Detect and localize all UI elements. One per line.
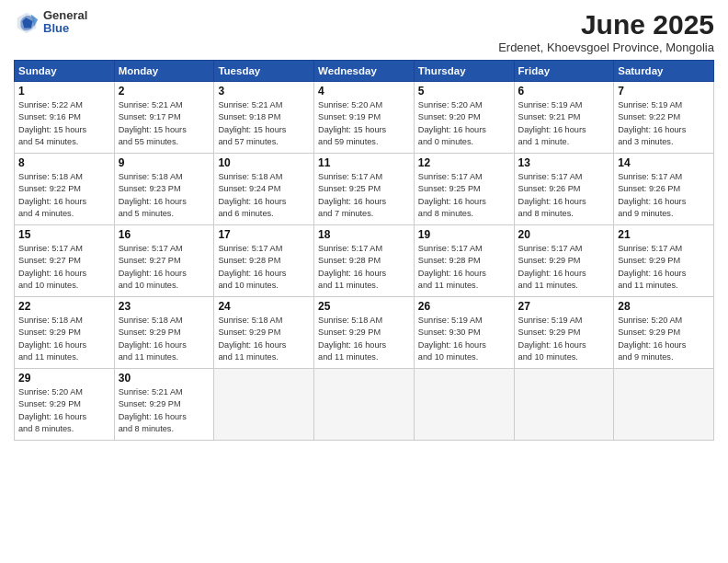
day-number: 2 bbox=[119, 85, 210, 98]
day-info: Sunrise: 5:17 AM Sunset: 9:26 PM Dayligh… bbox=[518, 171, 610, 220]
header-tuesday: Tuesday bbox=[214, 61, 314, 82]
table-row: 16Sunrise: 5:17 AM Sunset: 9:27 PM Dayli… bbox=[114, 225, 214, 297]
day-info: Sunrise: 5:21 AM Sunset: 9:17 PM Dayligh… bbox=[119, 99, 210, 148]
day-number: 18 bbox=[318, 228, 410, 241]
day-info: Sunrise: 5:18 AM Sunset: 9:24 PM Dayligh… bbox=[218, 171, 310, 220]
day-number: 30 bbox=[119, 372, 210, 385]
day-number: 3 bbox=[218, 85, 310, 98]
table-row: 20Sunrise: 5:17 AM Sunset: 9:29 PM Dayli… bbox=[514, 225, 614, 297]
day-number: 11 bbox=[318, 156, 410, 169]
table-row: 24Sunrise: 5:18 AM Sunset: 9:29 PM Dayli… bbox=[214, 297, 314, 369]
table-row: 10Sunrise: 5:18 AM Sunset: 9:24 PM Dayli… bbox=[214, 154, 314, 225]
day-info: Sunrise: 5:17 AM Sunset: 9:26 PM Dayligh… bbox=[618, 171, 710, 220]
day-info: Sunrise: 5:20 AM Sunset: 9:29 PM Dayligh… bbox=[18, 386, 110, 435]
table-row bbox=[214, 369, 314, 441]
day-number: 22 bbox=[18, 300, 110, 313]
day-info: Sunrise: 5:17 AM Sunset: 9:29 PM Dayligh… bbox=[618, 243, 710, 292]
day-info: Sunrise: 5:17 AM Sunset: 9:28 PM Dayligh… bbox=[318, 243, 410, 292]
table-row: 4Sunrise: 5:20 AM Sunset: 9:19 PM Daylig… bbox=[314, 82, 415, 154]
day-number: 27 bbox=[518, 300, 610, 313]
day-info: Sunrise: 5:19 AM Sunset: 9:22 PM Dayligh… bbox=[618, 99, 710, 148]
day-info: Sunrise: 5:20 AM Sunset: 9:19 PM Dayligh… bbox=[318, 99, 410, 148]
day-info: Sunrise: 5:18 AM Sunset: 9:29 PM Dayligh… bbox=[119, 315, 210, 363]
table-row: 11Sunrise: 5:17 AM Sunset: 9:25 PM Dayli… bbox=[314, 154, 415, 225]
table-row: 7Sunrise: 5:19 AM Sunset: 9:22 PM Daylig… bbox=[614, 82, 714, 154]
header-thursday: Thursday bbox=[414, 61, 514, 82]
logo-text: General Blue bbox=[43, 9, 87, 36]
table-row: 1Sunrise: 5:22 AM Sunset: 9:16 PM Daylig… bbox=[15, 82, 115, 154]
day-number: 4 bbox=[318, 85, 410, 98]
day-number: 20 bbox=[518, 228, 610, 241]
table-row bbox=[414, 369, 514, 441]
day-number: 16 bbox=[119, 228, 210, 241]
day-info: Sunrise: 5:17 AM Sunset: 9:28 PM Dayligh… bbox=[418, 243, 510, 292]
table-row: 8Sunrise: 5:18 AM Sunset: 9:22 PM Daylig… bbox=[15, 154, 115, 225]
day-number: 5 bbox=[418, 85, 510, 98]
table-row: 19Sunrise: 5:17 AM Sunset: 9:28 PM Dayli… bbox=[414, 225, 514, 297]
calendar-week-row: 15Sunrise: 5:17 AM Sunset: 9:27 PM Dayli… bbox=[15, 225, 714, 297]
day-number: 28 bbox=[618, 300, 710, 313]
day-number: 14 bbox=[618, 156, 710, 169]
table-row: 26Sunrise: 5:19 AM Sunset: 9:30 PM Dayli… bbox=[414, 297, 514, 369]
day-info: Sunrise: 5:18 AM Sunset: 9:29 PM Dayligh… bbox=[18, 315, 110, 363]
day-number: 10 bbox=[218, 156, 310, 169]
table-row bbox=[614, 369, 714, 441]
day-info: Sunrise: 5:19 AM Sunset: 9:21 PM Dayligh… bbox=[518, 99, 610, 148]
header-saturday: Saturday bbox=[614, 61, 714, 82]
day-number: 17 bbox=[218, 228, 310, 241]
day-number: 1 bbox=[18, 85, 110, 98]
table-row: 28Sunrise: 5:20 AM Sunset: 9:29 PM Dayli… bbox=[614, 297, 714, 369]
title-block: June 2025 Erdenet, Khoevsgoel Province, … bbox=[498, 9, 714, 54]
table-row: 6Sunrise: 5:19 AM Sunset: 9:21 PM Daylig… bbox=[514, 82, 614, 154]
day-info: Sunrise: 5:17 AM Sunset: 9:27 PM Dayligh… bbox=[119, 243, 210, 292]
table-row: 14Sunrise: 5:17 AM Sunset: 9:26 PM Dayli… bbox=[614, 154, 714, 225]
calendar-table: Sunday Monday Tuesday Wednesday Thursday… bbox=[14, 60, 714, 441]
table-row: 30Sunrise: 5:21 AM Sunset: 9:29 PM Dayli… bbox=[114, 369, 214, 441]
calendar-week-row: 22Sunrise: 5:18 AM Sunset: 9:29 PM Dayli… bbox=[15, 297, 714, 369]
calendar-week-row: 1Sunrise: 5:22 AM Sunset: 9:16 PM Daylig… bbox=[15, 82, 714, 154]
day-number: 12 bbox=[418, 156, 510, 169]
day-number: 6 bbox=[518, 85, 610, 98]
day-info: Sunrise: 5:19 AM Sunset: 9:29 PM Dayligh… bbox=[518, 315, 610, 363]
table-row: 21Sunrise: 5:17 AM Sunset: 9:29 PM Dayli… bbox=[614, 225, 714, 297]
table-row: 9Sunrise: 5:18 AM Sunset: 9:23 PM Daylig… bbox=[114, 154, 214, 225]
day-info: Sunrise: 5:22 AM Sunset: 9:16 PM Dayligh… bbox=[18, 99, 110, 148]
table-row: 17Sunrise: 5:17 AM Sunset: 9:28 PM Dayli… bbox=[214, 225, 314, 297]
location: Erdenet, Khoevsgoel Province, Mongolia bbox=[498, 40, 714, 54]
day-number: 29 bbox=[18, 372, 110, 385]
day-info: Sunrise: 5:20 AM Sunset: 9:29 PM Dayligh… bbox=[618, 315, 710, 363]
calendar-week-row: 8Sunrise: 5:18 AM Sunset: 9:22 PM Daylig… bbox=[15, 154, 714, 225]
table-row: 13Sunrise: 5:17 AM Sunset: 9:26 PM Dayli… bbox=[514, 154, 614, 225]
logo-icon bbox=[14, 9, 40, 35]
day-info: Sunrise: 5:21 AM Sunset: 9:29 PM Dayligh… bbox=[119, 386, 210, 435]
day-number: 21 bbox=[618, 228, 710, 241]
day-number: 26 bbox=[418, 300, 510, 313]
table-row: 2Sunrise: 5:21 AM Sunset: 9:17 PM Daylig… bbox=[114, 82, 214, 154]
day-info: Sunrise: 5:21 AM Sunset: 9:18 PM Dayligh… bbox=[218, 99, 310, 148]
table-row: 5Sunrise: 5:20 AM Sunset: 9:20 PM Daylig… bbox=[414, 82, 514, 154]
day-number: 24 bbox=[218, 300, 310, 313]
table-row: 25Sunrise: 5:18 AM Sunset: 9:29 PM Dayli… bbox=[314, 297, 415, 369]
day-info: Sunrise: 5:19 AM Sunset: 9:30 PM Dayligh… bbox=[418, 315, 510, 363]
logo: General Blue bbox=[14, 9, 87, 36]
header: General Blue June 2025 Erdenet, Khoevsgo… bbox=[14, 9, 714, 54]
header-wednesday: Wednesday bbox=[314, 61, 415, 82]
page: General Blue June 2025 Erdenet, Khoevsgo… bbox=[0, 0, 728, 563]
day-number: 15 bbox=[18, 228, 110, 241]
header-friday: Friday bbox=[514, 61, 614, 82]
table-row: 12Sunrise: 5:17 AM Sunset: 9:25 PM Dayli… bbox=[414, 154, 514, 225]
day-info: Sunrise: 5:20 AM Sunset: 9:20 PM Dayligh… bbox=[418, 99, 510, 148]
logo-general: General bbox=[43, 9, 87, 22]
day-number: 8 bbox=[18, 156, 110, 169]
table-row: 27Sunrise: 5:19 AM Sunset: 9:29 PM Dayli… bbox=[514, 297, 614, 369]
header-monday: Monday bbox=[114, 61, 214, 82]
day-number: 7 bbox=[618, 85, 710, 98]
day-number: 9 bbox=[119, 156, 210, 169]
table-row: 3Sunrise: 5:21 AM Sunset: 9:18 PM Daylig… bbox=[214, 82, 314, 154]
day-number: 19 bbox=[418, 228, 510, 241]
day-info: Sunrise: 5:18 AM Sunset: 9:29 PM Dayligh… bbox=[318, 315, 410, 363]
day-info: Sunrise: 5:17 AM Sunset: 9:25 PM Dayligh… bbox=[418, 171, 510, 220]
logo-blue: Blue bbox=[43, 22, 87, 35]
day-info: Sunrise: 5:17 AM Sunset: 9:28 PM Dayligh… bbox=[218, 243, 310, 292]
table-row: 29Sunrise: 5:20 AM Sunset: 9:29 PM Dayli… bbox=[15, 369, 115, 441]
